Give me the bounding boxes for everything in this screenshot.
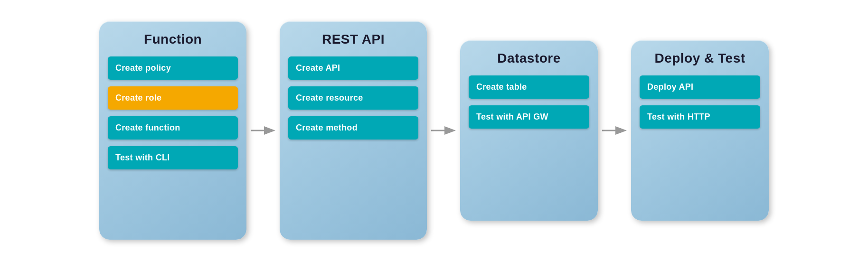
item-btn-rest-api-0[interactable]: Create API [288,56,418,80]
item-btn-deploy-test-1[interactable]: Test with HTTP [640,105,760,129]
item-btn-rest-api-1[interactable]: Create resource [288,86,418,110]
item-btn-rest-api-2[interactable]: Create method [288,116,418,140]
panel-title-deploy-test: Deploy & Test [654,51,745,66]
panel-items-datastore: Create tableTest with API GW [469,75,589,129]
panel-title-function: Function [144,32,202,47]
item-btn-datastore-1[interactable]: Test with API GW [469,105,589,129]
panel-datastore: DatastoreCreate tableTest with API GW [460,40,598,221]
panel-items-deploy-test: Deploy APITest with HTTP [640,75,760,129]
panel-title-datastore: Datastore [497,51,561,66]
arrow-1 [427,121,460,140]
panel-deploy-test: Deploy & TestDeploy APITest with HTTP [631,40,769,221]
arrow-0 [246,121,280,140]
item-btn-deploy-test-0[interactable]: Deploy API [640,75,760,99]
panel-function: FunctionCreate policyCreate roleCreate f… [99,21,246,240]
item-btn-datastore-0[interactable]: Create table [469,75,589,99]
panel-items-function: Create policyCreate roleCreate functionT… [108,56,238,169]
arrow-2 [598,121,631,140]
item-btn-function-3[interactable]: Test with CLI [108,146,238,169]
panel-title-rest-api: REST API [322,32,385,47]
item-btn-function-1[interactable]: Create role [108,86,238,110]
diagram: FunctionCreate policyCreate roleCreate f… [0,0,868,261]
item-btn-function-0[interactable]: Create policy [108,56,238,80]
panel-items-rest-api: Create APICreate resourceCreate method [288,56,418,140]
panel-rest-api: REST APICreate APICreate resourceCreate … [280,21,427,240]
item-btn-function-2[interactable]: Create function [108,116,238,140]
